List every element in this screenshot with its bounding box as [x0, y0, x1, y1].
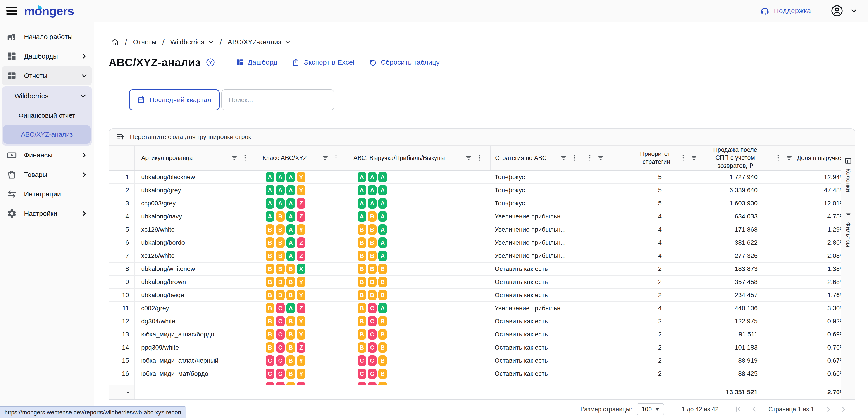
- row-number: 1: [109, 171, 134, 183]
- cell-sale: 122 975: [675, 315, 770, 327]
- user-menu-chevron-icon[interactable]: [850, 7, 857, 14]
- prev-page-button[interactable]: [751, 406, 757, 413]
- cell-class-badges: BBBX: [256, 263, 347, 275]
- page-size-select[interactable]: 100: [637, 403, 664, 415]
- period-filter-button[interactable]: Последний квартал: [129, 90, 220, 110]
- class-badge: A: [276, 185, 285, 196]
- header-abc-revenue-profit-buyouts[interactable]: ABC: Выручка/Прибыль/Выкупы: [347, 145, 490, 170]
- sidebar-item-getting-started[interactable]: Начало работы: [0, 27, 94, 46]
- filter-icon: [691, 154, 698, 161]
- dashboard-icon: [236, 59, 244, 66]
- table-row[interactable]: 1 ubkalong/blacknew AAAY AAA Топ-фокус 5…: [109, 171, 855, 184]
- table-row[interactable]: 14 ppq309/white BCBZ BCB Оставить как ес…: [109, 341, 855, 354]
- export-excel-button[interactable]: Экспорт в Excel: [292, 59, 354, 66]
- cell-sale: 1 603 900: [675, 197, 770, 210]
- table-row[interactable]: 10 ubkalong/beige BBBY BBB Оставить как …: [109, 289, 855, 302]
- table-row[interactable]: 5 xc129/white BBAY BBA Увеличение прибыл…: [109, 223, 855, 236]
- sidebar-item-wildberries[interactable]: Wildberries: [2, 86, 92, 106]
- class-badge: A: [378, 198, 387, 209]
- cell-strategy: Оставить как есть: [490, 368, 582, 380]
- sidebar-item-integrations[interactable]: Интеграции: [0, 184, 94, 204]
- table-row[interactable]: 12 dg304/white BCBY BCB Оставить как ест…: [109, 315, 855, 328]
- table-row[interactable]: 2 ubkalong/grey AAAY AAA Топ-фокус 5 6 3…: [109, 184, 855, 197]
- breadcrumb-wildberries[interactable]: Wildberries: [170, 38, 214, 46]
- dashboard-button[interactable]: Дашборд: [236, 59, 277, 66]
- class-badge: B: [358, 224, 366, 235]
- class-badge: B: [266, 238, 274, 248]
- breadcrumb-reports[interactable]: Отчеты: [133, 38, 156, 46]
- table-row[interactable]: 8 ubkalong/whitenew BBBX BBB Оставить ка…: [109, 263, 855, 276]
- cell-priority: 5: [582, 184, 675, 197]
- sidebar-item-settings[interactable]: Настройки: [0, 204, 94, 223]
- header-sale-after-spp[interactable]: Продажа послеСПП с учетомвозвратов, ₽: [675, 145, 770, 170]
- class-badge: C: [266, 355, 274, 366]
- hamburger-menu-icon[interactable]: [6, 5, 17, 16]
- header-class-abc-xyz[interactable]: Класс ABC/XYZ: [256, 145, 347, 170]
- row-number: 5: [109, 223, 134, 236]
- filters-tab[interactable]: Фильтры: [845, 211, 852, 247]
- class-badge: C: [358, 382, 366, 385]
- table-row[interactable]: 13 юбка_миди_атлас/бордо BCBY BCB Остави…: [109, 328, 855, 341]
- table-row[interactable]: 15 юбка_миди_атлас/черный CCBY CCB Остав…: [109, 354, 855, 368]
- class-badge: A: [378, 303, 387, 313]
- header-row-number: [109, 145, 134, 170]
- sidebar-item-products[interactable]: Товары: [0, 165, 94, 184]
- support-link[interactable]: Поддержка: [760, 6, 811, 16]
- kebab-menu-icon: [571, 154, 578, 161]
- sidebar-item-reports[interactable]: Отчеты: [2, 66, 92, 85]
- class-badge: B: [358, 329, 366, 340]
- cell-class-badges: CCBY: [256, 368, 347, 380]
- table-row[interactable]: 6 ubkalong/bordo BBAZ BBA Увеличение при…: [109, 236, 855, 249]
- row-grouping-dropzone[interactable]: Перетащите сюда для группировки строк: [109, 129, 855, 145]
- table-row[interactable]: 9 ubkalong/brown BBBY BBB Оставить как е…: [109, 276, 855, 289]
- summary-row: - 13 351 521 2.70%: [109, 385, 855, 400]
- sidebar-item-finances[interactable]: Финансы: [0, 145, 94, 165]
- kebab-menu-icon: [242, 154, 248, 161]
- help-icon[interactable]: ?: [206, 58, 215, 67]
- cell-sale: [675, 381, 770, 385]
- table-row[interactable]: 4 ubkalong/navy ABAZ ABA Увеличение приб…: [109, 210, 855, 223]
- app-logo[interactable]: mongers: [24, 4, 74, 18]
- row-number: 14: [109, 341, 134, 354]
- class-badge: B: [378, 342, 387, 353]
- kebab-menu-icon: [680, 154, 686, 161]
- class-badge: B: [358, 290, 366, 300]
- user-avatar[interactable]: [831, 5, 843, 17]
- table-row[interactable]: CCBZ CCB: [109, 381, 855, 385]
- breadcrumb-abc-xyz[interactable]: ABC/XYZ-анализ: [228, 38, 290, 46]
- class-badge: B: [276, 277, 285, 287]
- class-badge: A: [358, 198, 366, 209]
- table-icon: [844, 157, 852, 165]
- class-badge: A: [378, 172, 387, 182]
- sidebar-item-dashboards[interactable]: Дашборды: [0, 46, 94, 66]
- table-row[interactable]: 16 юбка_миди_мат/бордо CCBY CCB Оставить…: [109, 368, 855, 381]
- search-input[interactable]: [221, 90, 335, 110]
- columns-tab[interactable]: Колонки: [844, 157, 852, 192]
- class-badge: B: [266, 251, 274, 261]
- page-actions: Дашборд Экспорт в Excel Сбросить таблицу: [236, 59, 440, 66]
- sidebar-item-abc-xyz-analysis[interactable]: ABC/XYZ-анализ: [3, 125, 91, 144]
- class-badge: A: [286, 198, 295, 209]
- table-row[interactable]: 3 ccp003/grey AAAZ AAA Топ-фокус 5 1 603…: [109, 197, 855, 210]
- class-badge: Y: [297, 185, 306, 196]
- class-badge: C: [276, 329, 285, 340]
- next-page-button[interactable]: [825, 406, 832, 413]
- table-row[interactable]: 7 xc126/white BBAZ BBA Увеличение прибыл…: [109, 249, 855, 263]
- cell-strategy: Оставить как есть: [490, 289, 582, 302]
- reset-table-button[interactable]: Сбросить таблицу: [369, 59, 440, 66]
- home-icon[interactable]: [111, 38, 119, 46]
- class-badge: B: [368, 238, 376, 248]
- header-strategy[interactable]: Стратегия по ABC: [490, 145, 582, 170]
- table-row[interactable]: 11 c002/grey BCAZ BCA Увеличение прибыль…: [109, 302, 855, 315]
- header-strategy-priority[interactable]: Приоритетстратегии: [582, 145, 675, 170]
- kebab-menu-icon: [775, 154, 781, 161]
- sidebar-item-financial-report[interactable]: Финансовый отчет: [2, 106, 92, 125]
- cell-sale: 381 622: [675, 236, 770, 249]
- first-page-button[interactable]: [735, 406, 742, 413]
- pagination-nav: Страница 1 из 1: [735, 406, 848, 413]
- header-article[interactable]: Артикул продавца: [134, 145, 256, 170]
- class-badge: A: [286, 211, 295, 222]
- class-badge: C: [276, 342, 285, 353]
- class-badge: A: [358, 211, 366, 222]
- last-page-button[interactable]: [841, 406, 848, 413]
